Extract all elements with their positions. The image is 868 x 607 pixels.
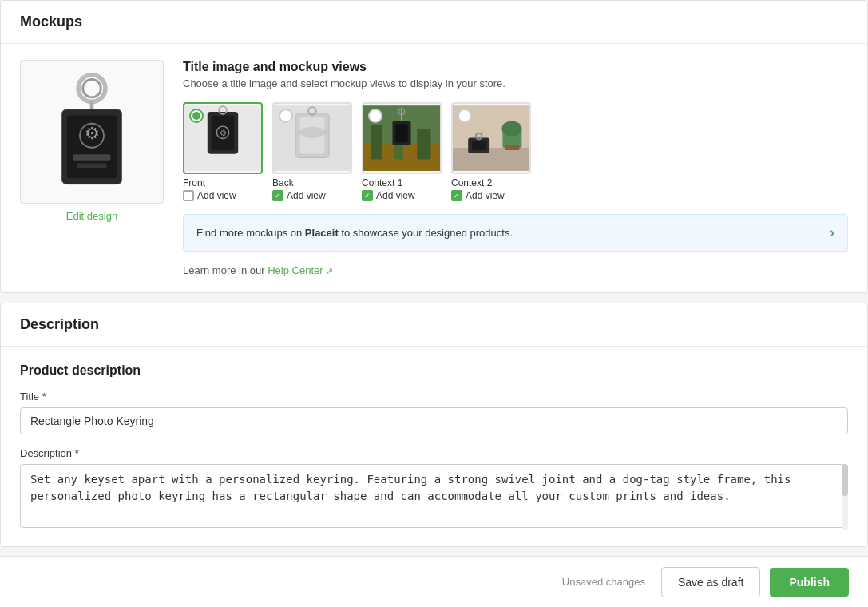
mockup-views-title: Title image and mockup views (183, 60, 848, 74)
svg-rect-22 (371, 125, 382, 159)
mockup-context1-add-view: Add view (362, 190, 415, 201)
mockup-thumb-context1-image[interactable] (362, 102, 442, 174)
svg-point-1 (83, 79, 101, 97)
main-product-image: ⚙ (20, 60, 164, 204)
textarea-scrollbar-thumb[interactable] (842, 464, 848, 496)
svg-rect-35 (472, 141, 486, 150)
mockup-back-label: Back (272, 177, 294, 188)
mockup-views-panel: Title image and mockup views Choose a ti… (183, 60, 848, 276)
context1-checkbox[interactable] (362, 190, 373, 201)
context2-add-view-label: Add view (466, 190, 505, 201)
svg-rect-32 (505, 145, 519, 150)
mockup-context2-add-view: Add view (451, 190, 505, 201)
description-textarea-wrapper (20, 464, 848, 530)
front-checkbox[interactable] (183, 190, 194, 201)
back-add-view-label: Add view (287, 190, 326, 201)
placeit-banner[interactable]: Find more mockups on Placeit to showcase… (183, 214, 848, 252)
textarea-scrollbar-track (842, 464, 848, 530)
help-center-section: Learn more in our Help Center ↗ (183, 264, 848, 276)
save-as-draft-button[interactable]: Save as draft (661, 567, 761, 597)
mockups-section-title: Mockups (20, 14, 848, 30)
svg-text:⚙: ⚙ (85, 124, 100, 142)
edit-design-link[interactable]: Edit design (20, 210, 164, 222)
help-center-pre-text: Learn more in our (183, 264, 268, 276)
mockup-context2-radio[interactable] (458, 109, 472, 123)
mockup-thumb-context2: Context 2 Add view (451, 102, 531, 201)
mockup-context1-radio[interactable] (368, 109, 382, 123)
mockup-thumb-back: Back Add view (272, 102, 352, 201)
description-textarea[interactable] (20, 464, 848, 528)
product-description-heading: Product description (20, 363, 848, 378)
mockup-context2-label: Context 2 (451, 177, 492, 188)
mockup-front-add-view: Add view (183, 190, 236, 201)
svg-rect-30 (453, 148, 529, 171)
svg-rect-7 (73, 154, 111, 161)
context1-add-view-label: Add view (376, 190, 415, 201)
placeit-pre-text: Find more mockups on (196, 227, 305, 239)
back-checkbox[interactable] (272, 190, 283, 201)
publish-button[interactable]: Publish (770, 568, 849, 597)
keyring-main-illustration: ⚙ (40, 72, 144, 192)
description-section-title: Description (20, 316, 848, 333)
mockup-context1-label: Context 1 (362, 177, 402, 188)
mockup-thumbnails-list: ⚙ Front Add view (183, 102, 848, 201)
mockup-thumb-back-image[interactable] (272, 102, 352, 174)
description-section: Description Product description Title * … (0, 303, 868, 547)
bottom-action-bar: Unsaved changes Save as draft Publish (0, 556, 868, 607)
mockup-thumb-front: ⚙ Front Add view (183, 102, 263, 201)
description-field-label: Description * (20, 447, 848, 459)
external-link-icon: ↗ (326, 266, 333, 276)
svg-point-33 (501, 121, 521, 136)
mockup-thumb-context1: Context 1 Add view (362, 102, 442, 201)
help-center-link[interactable]: Help Center (268, 264, 323, 276)
placeit-banner-text: Find more mockups on Placeit to showcase… (196, 227, 513, 239)
placeit-brand-name: Placeit (305, 227, 339, 239)
front-add-view-label: Add view (197, 190, 236, 201)
placeit-post-text: to showcase your designed products. (339, 227, 513, 239)
main-product-image-container: ⚙ Edit design (20, 60, 164, 222)
title-field-label: Title * (20, 391, 848, 403)
mockup-views-subtitle: Choose a title image and select mockup v… (183, 77, 848, 89)
mockup-front-label: Front (183, 177, 205, 188)
svg-text:⚙: ⚙ (220, 129, 227, 137)
svg-rect-8 (77, 163, 107, 168)
placeit-arrow-icon: › (830, 224, 834, 241)
mockup-thumb-front-image[interactable]: ⚙ (183, 102, 263, 174)
title-input[interactable] (20, 407, 848, 434)
description-inner-card: Product description Title * Description … (1, 347, 867, 546)
mockup-back-radio[interactable] (279, 109, 293, 123)
mockup-front-radio[interactable] (189, 109, 204, 123)
svg-rect-28 (395, 124, 407, 142)
svg-rect-24 (417, 129, 430, 159)
context2-checkbox[interactable] (451, 190, 462, 201)
unsaved-changes-text: Unsaved changes (562, 576, 645, 588)
mockup-back-add-view: Add view (272, 190, 326, 201)
mockup-thumb-context2-image[interactable] (451, 102, 531, 174)
